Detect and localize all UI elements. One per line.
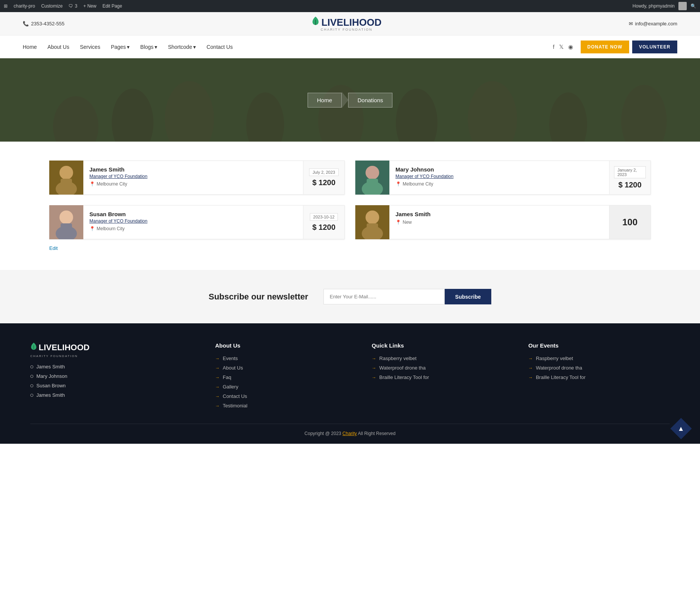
newsletter-section: Subscribe our newsletter Subscribe (0, 270, 700, 323)
footer-col-about: LIVELIHOOD CHARITY FOUNDATION James Smit… (30, 342, 200, 412)
donor-avatar (49, 205, 83, 239)
breadcrumb-home[interactable]: Home (308, 93, 342, 108)
footer-col-about-us: About Us → Events → About Us → Faq → Gal… (215, 342, 356, 412)
arrow-icon: → (372, 375, 376, 380)
admin-bar: ⊞ charity-pro Customize 🗨 3 + New Edit P… (0, 0, 700, 12)
location-icon: 📍 (395, 181, 401, 187)
donor-title[interactable]: Manager of YCO Foundation (89, 218, 297, 224)
footer-bottom: Copyright @ 2023 Charity All Right Reser… (30, 424, 670, 436)
footer-member-item: Susan Brown (30, 383, 200, 388)
footer-members-list: James Smith Mary Johnson Susan Brown Jam… (30, 364, 200, 398)
footer-link-testimonial[interactable]: → Testimonial (215, 403, 356, 409)
nav-services[interactable]: Services (80, 44, 100, 50)
footer-events-heading: Our Events (528, 342, 670, 349)
circle-icon (30, 394, 33, 397)
new-link[interactable]: + New (83, 3, 96, 9)
customize-link[interactable]: Customize (41, 3, 63, 9)
footer-link-gallery[interactable]: → Gallery (215, 384, 356, 390)
newsletter-subscribe-button[interactable]: Subscribe (445, 289, 492, 304)
donor-title[interactable]: Manager of YCO Foundation (89, 174, 297, 179)
donor-location: 📍 Melbourn City (89, 226, 297, 231)
instagram-icon[interactable]: ◉ (568, 44, 573, 50)
donor-name: Mary Johnson (395, 166, 603, 173)
phone-number: 2353-4352-555 (31, 21, 64, 27)
nav-links: Home About Us Services Pages ▾ Blogs ▾ S… (23, 44, 233, 50)
donation-value: $ 1200 (618, 181, 641, 189)
breadcrumb-current: Donations (348, 93, 393, 108)
footer-events-list: → Raspberry velbet → Waterproof drone th… (528, 356, 670, 380)
logo-leaf-icon (311, 16, 320, 29)
donor-name: James Smith (395, 211, 603, 217)
logo-text: LIVELIHOOD (311, 16, 381, 29)
circle-icon (30, 384, 33, 387)
site-link[interactable]: charity-pro (14, 3, 35, 9)
footer-logo-sub: CHARITY FOUNDATION (30, 354, 200, 358)
charity-link[interactable]: Charity (342, 431, 357, 436)
logo-subtitle: CHARITY FOUNDATION (311, 28, 381, 31)
footer-link-contact[interactable]: → Contact Us (215, 393, 356, 399)
location-icon: 📍 (89, 181, 95, 187)
facebook-icon[interactable]: f (553, 44, 554, 50)
footer-link-about[interactable]: → About Us (215, 365, 356, 371)
donation-amount-box: July 2, 2023 $ 1200 (303, 161, 345, 195)
donations-grid: James Smith Manager of YCO Foundation 📍 … (49, 161, 651, 239)
phone-icon: 📞 (23, 21, 29, 27)
footer-link-faq[interactable]: → Faq (215, 374, 356, 380)
nav-home[interactable]: Home (23, 44, 37, 50)
edit-link[interactable]: Edit (49, 239, 651, 251)
donation-card: Susan Brown Manager of YCO Foundation 📍 … (49, 205, 345, 239)
top-bar: 📞 2353-4352-555 LIVELIHOOD CHARITY FOUND… (0, 12, 700, 36)
svg-point-15 (366, 166, 379, 179)
donor-location: 📍 Melbourne City (89, 181, 297, 187)
edit-page-link[interactable]: Edit Page (102, 3, 122, 9)
wp-icon-link[interactable]: ⊞ (4, 3, 8, 9)
newsletter-form: Subscribe (323, 289, 492, 304)
arrow-icon: → (215, 403, 220, 409)
newsletter-email-input[interactable] (323, 289, 445, 304)
location-icon: 📍 (395, 220, 401, 225)
footer-member-item: Mary Johnson (30, 373, 200, 379)
donor-name: James Smith (89, 166, 297, 173)
footer-event-item[interactable]: → Braille Literacy Tool for (528, 374, 670, 380)
donation-value: 100 (622, 217, 638, 228)
footer-content: LIVELIHOOD CHARITY FOUNDATION James Smit… (30, 342, 670, 412)
donation-amount-box: 100 (609, 205, 651, 239)
donor-title[interactable]: Manager of YCO Foundation (395, 174, 603, 179)
nav-about[interactable]: About Us (47, 44, 69, 50)
volunteer-button[interactable]: VOLUNTEER (632, 41, 677, 53)
footer-quicklink-item[interactable]: → Braille Literacy Tool for (372, 374, 513, 380)
nav-shortcode[interactable]: Shortcode ▾ (168, 44, 196, 50)
hero-section: Home Donations (0, 58, 700, 142)
footer-event-item[interactable]: → Waterproof drone tha (528, 365, 670, 371)
footer-quicklink-item[interactable]: → Waterproof drone tha (372, 365, 513, 371)
search-icon[interactable]: 🔍 (691, 3, 696, 9)
footer-link-events[interactable]: → Events (215, 356, 356, 361)
donation-card: James Smith 📍 New 100 (355, 205, 651, 239)
comments-link[interactable]: 🗨 3 (69, 3, 77, 9)
donation-date: January 2, 2023 (614, 166, 646, 178)
svg-point-23 (366, 211, 379, 224)
nav-blogs[interactable]: Blogs ▾ (140, 44, 157, 50)
footer-about-heading: About Us (215, 342, 356, 349)
arrow-icon: → (215, 394, 220, 399)
donate-now-button[interactable]: DONATE NOW (581, 41, 629, 53)
donor-info: James Smith 📍 New (389, 205, 609, 239)
phone-info: 📞 2353-4352-555 (23, 21, 64, 27)
footer-leaf-icon (30, 342, 37, 353)
breadcrumb-arrow (342, 92, 348, 108)
footer-quicklink-item[interactable]: → Raspberry velbet (372, 356, 513, 361)
svg-rect-25 (367, 223, 378, 235)
nav-right: f 𝕏 ◉ DONATE NOW VOLUNTEER (553, 41, 677, 53)
donation-date: July 2, 2023 (309, 168, 338, 176)
nav-contact[interactable]: Contact Us (206, 44, 233, 50)
arrow-icon: → (528, 375, 533, 380)
donation-card: James Smith Manager of YCO Foundation 📍 … (49, 161, 345, 195)
footer-event-item[interactable]: → Raspberry velbet (528, 356, 670, 361)
chevron-down-icon: ▾ (127, 44, 130, 50)
footer-about-links: → Events → About Us → Faq → Gallery → Co… (215, 356, 356, 409)
logo[interactable]: LIVELIHOOD CHARITY FOUNDATION (311, 16, 381, 31)
twitter-icon[interactable]: 𝕏 (559, 44, 564, 50)
donation-date: 2023-10-12 (310, 213, 338, 221)
nav-pages[interactable]: Pages ▾ (111, 44, 130, 50)
svg-point-11 (59, 166, 73, 179)
